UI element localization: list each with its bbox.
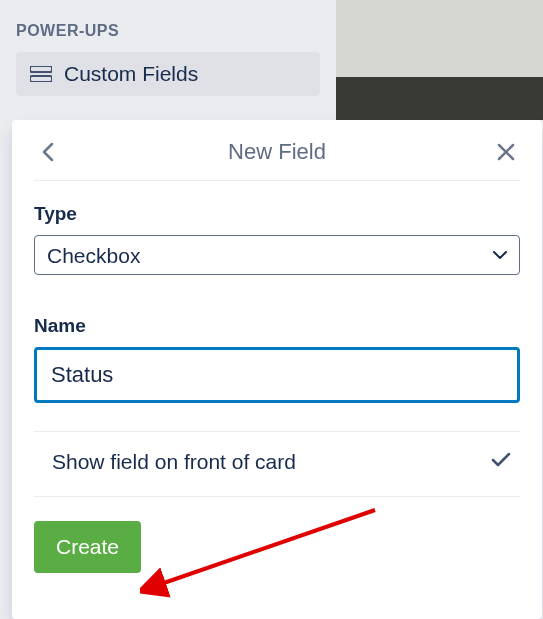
- powerups-heading: POWER-UPS: [16, 0, 320, 52]
- powerup-item-label: Custom Fields: [64, 62, 198, 86]
- modal-title: New Field: [228, 139, 326, 165]
- close-button[interactable]: [492, 138, 520, 166]
- type-label: Type: [34, 203, 520, 225]
- back-icon: [41, 142, 55, 162]
- type-select[interactable]: Checkbox: [34, 235, 520, 275]
- svg-rect-1: [30, 76, 52, 82]
- name-input[interactable]: [34, 347, 520, 403]
- show-on-front-toggle[interactable]: Show field on front of card: [34, 431, 520, 497]
- modal-header: New Field: [34, 132, 520, 181]
- check-icon: [490, 451, 512, 473]
- show-on-front-label: Show field on front of card: [52, 450, 296, 474]
- create-button-label: Create: [56, 535, 119, 558]
- create-button[interactable]: Create: [34, 521, 141, 573]
- back-button[interactable]: [34, 138, 62, 166]
- custom-fields-icon: [30, 66, 52, 82]
- type-select-wrap: Checkbox: [34, 235, 520, 275]
- new-field-modal: New Field Type Checkbox Name Show field …: [12, 120, 542, 619]
- powerup-custom-fields[interactable]: Custom Fields: [16, 52, 320, 96]
- type-group: Type Checkbox: [34, 203, 520, 275]
- close-icon: [497, 143, 515, 161]
- name-label: Name: [34, 315, 520, 337]
- board-background: [336, 0, 543, 120]
- sidebar: POWER-UPS Custom Fields: [0, 0, 336, 96]
- name-group: Name: [34, 315, 520, 403]
- svg-rect-0: [30, 66, 52, 72]
